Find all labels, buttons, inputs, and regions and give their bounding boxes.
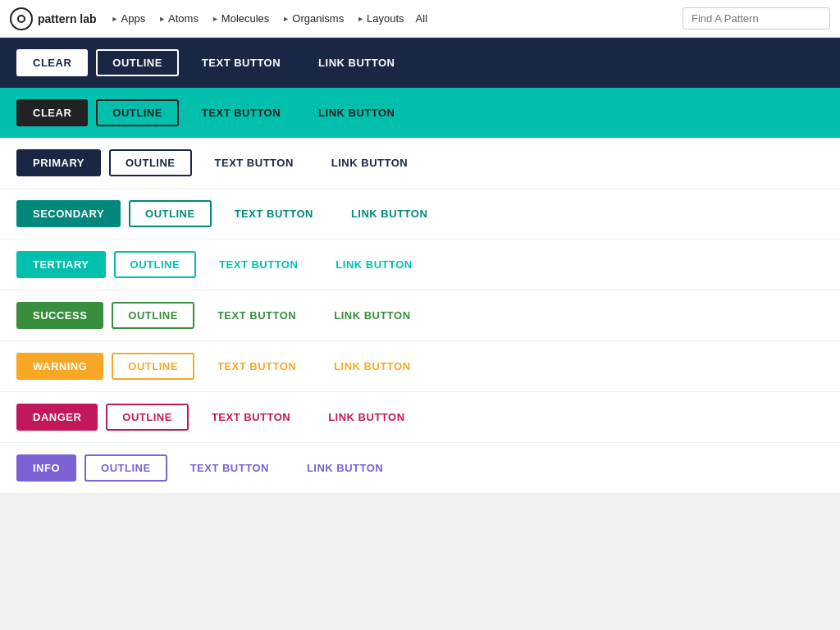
nav-item-molecules[interactable]: ► Molecules bbox=[207, 9, 274, 28]
logo[interactable]: pattern lab bbox=[10, 7, 97, 30]
logo-icon bbox=[10, 7, 33, 30]
outline-white-button[interactable]: OUTLINE bbox=[96, 49, 179, 76]
nav-label-layouts: Layouts bbox=[367, 12, 404, 25]
nav-item-layouts[interactable]: ► Layouts bbox=[352, 9, 409, 28]
nav-item-all[interactable]: All bbox=[413, 9, 431, 28]
text-success-button[interactable]: TEXT BUTTON bbox=[203, 304, 311, 327]
row-success: SUCCESS OUTLINE TEXT BUTTON LINK BUTTON bbox=[0, 290, 840, 341]
link-tertiary-button[interactable]: LINK BUTTON bbox=[321, 253, 427, 276]
logo-inner-circle bbox=[17, 15, 25, 23]
warning-button[interactable]: WARNING bbox=[16, 353, 103, 380]
text-white-button[interactable]: TEXT BUTTON bbox=[187, 51, 295, 75]
primary-button[interactable]: PRIMARY bbox=[16, 149, 101, 176]
link-primary-button[interactable]: LINK BUTTON bbox=[317, 151, 422, 175]
outline-primary-button[interactable]: OUTLINE bbox=[109, 149, 192, 176]
search-input[interactable] bbox=[682, 7, 830, 30]
row-tertiary: TERTIARY OUTLINE TEXT BUTTON LINK BUTTON bbox=[0, 240, 840, 290]
link-warning-button[interactable]: LINK BUTTON bbox=[319, 354, 425, 378]
nav-arrow-apps: ► bbox=[112, 15, 119, 23]
link-success-button[interactable]: LINK BUTTON bbox=[319, 304, 425, 327]
nav-arrow-molecules: ► bbox=[212, 15, 219, 23]
outline-warning-button[interactable]: OUTLINE bbox=[112, 353, 194, 380]
link-info-button[interactable]: LINK BUTTON bbox=[292, 456, 398, 480]
logo-text: pattern lab bbox=[38, 12, 97, 25]
outline-success-button[interactable]: OUTLINE bbox=[112, 302, 194, 329]
info-button[interactable]: INFO bbox=[16, 454, 76, 482]
navbar: pattern lab ► Apps ► Atoms ► Molecules ►… bbox=[0, 0, 840, 38]
text-info-button[interactable]: TEXT BUTTON bbox=[176, 456, 284, 480]
row-info: INFO OUTLINE TEXT BUTTON LINK BUTTON bbox=[0, 443, 840, 494]
row-danger: DANGER OUTLINE TEXT BUTTON LINK BUTTON bbox=[0, 392, 840, 443]
nav-arrow-atoms: ► bbox=[158, 15, 166, 23]
clear-dark-button[interactable]: CLEAR bbox=[16, 99, 88, 126]
nav-label-atoms: Atoms bbox=[168, 12, 199, 25]
link-white-button[interactable]: LINK BUTTON bbox=[304, 51, 409, 75]
outline-info-button[interactable]: OUTLINE bbox=[84, 454, 167, 482]
text-tertiary-button[interactable]: TEXT BUTTON bbox=[204, 253, 313, 276]
nav-arrow-layouts: ► bbox=[357, 15, 364, 23]
text-primary-button[interactable]: TEXT BUTTON bbox=[200, 151, 308, 175]
row-primary: PRIMARY OUTLINE TEXT BUTTON LINK BUTTON bbox=[0, 138, 840, 189]
nav-item-atoms[interactable]: ► Atoms bbox=[153, 9, 203, 28]
text-dark-button[interactable]: TEXT BUTTON bbox=[187, 101, 295, 125]
outline-dark-button[interactable]: OUTLINE bbox=[96, 99, 179, 126]
tertiary-button[interactable]: TERTIARY bbox=[16, 251, 106, 278]
outline-secondary-button[interactable]: OUTLINE bbox=[129, 200, 212, 227]
success-button[interactable]: SUCCESS bbox=[16, 302, 103, 329]
nav-item-apps[interactable]: ► Apps bbox=[107, 9, 151, 28]
button-showcase: CLEAR OUTLINE TEXT BUTTON LINK BUTTON CL… bbox=[0, 38, 840, 494]
link-secondary-button[interactable]: LINK BUTTON bbox=[336, 202, 442, 226]
row-warning: WARNING OUTLINE TEXT BUTTON LINK BUTTON bbox=[0, 341, 840, 392]
outline-danger-button[interactable]: OUTLINE bbox=[106, 404, 189, 431]
link-danger-button[interactable]: LINK BUTTON bbox=[313, 405, 419, 429]
secondary-button[interactable]: SECONDARY bbox=[16, 200, 121, 227]
row-secondary: SECONDARY OUTLINE TEXT BUTTON LINK BUTTO… bbox=[0, 189, 840, 240]
nav-label-organisms: Organisms bbox=[292, 12, 344, 25]
nav-label-apps: Apps bbox=[121, 12, 146, 25]
text-warning-button[interactable]: TEXT BUTTON bbox=[203, 354, 311, 378]
outline-tertiary-button[interactable]: OUTLINE bbox=[114, 251, 197, 278]
nav-label-molecules: Molecules bbox=[221, 12, 270, 25]
text-danger-button[interactable]: TEXT BUTTON bbox=[197, 405, 305, 429]
text-secondary-button[interactable]: TEXT BUTTON bbox=[220, 202, 328, 226]
row-clear-teal: CLEAR OUTLINE TEXT BUTTON LINK BUTTON bbox=[0, 88, 840, 138]
nav-item-organisms[interactable]: ► Organisms bbox=[277, 9, 349, 28]
row-clear-navy: CLEAR OUTLINE TEXT BUTTON LINK BUTTON bbox=[0, 38, 840, 88]
danger-button[interactable]: DANGER bbox=[16, 404, 98, 431]
nav-arrow-organisms: ► bbox=[282, 15, 290, 23]
link-dark-button[interactable]: LINK BUTTON bbox=[304, 101, 409, 125]
clear-white-button[interactable]: CLEAR bbox=[16, 49, 88, 76]
